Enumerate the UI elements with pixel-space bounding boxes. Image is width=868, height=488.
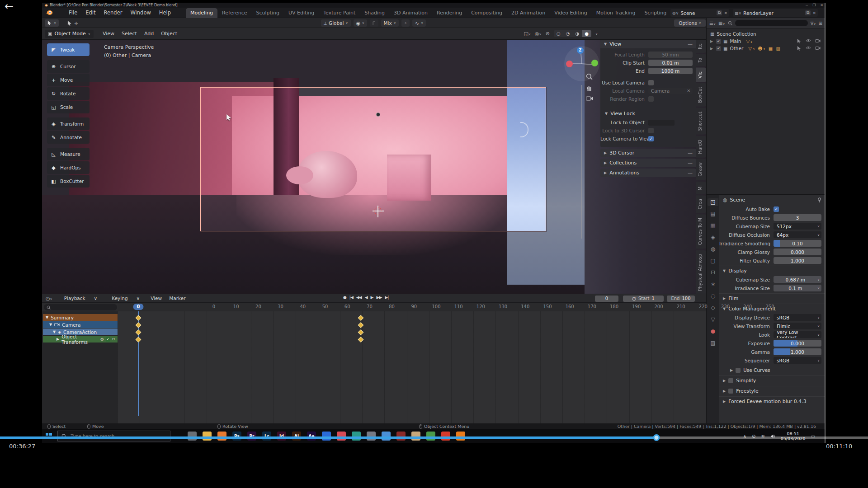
auto-keying-clock-icon[interactable]: ◷ <box>632 296 636 301</box>
panel-row[interactable]: End 1000 m✕ <box>600 67 696 75</box>
property-row[interactable]: Cubemap Size 0.687 m∨ <box>719 275 825 284</box>
properties-tab-icon[interactable]: ◌ <box>708 292 718 300</box>
dopesheet-body[interactable]: ▼Summary ▼ Camera ▼◈ CameraAction ▶Objec… <box>42 311 706 424</box>
eevee-motion-blur-panel[interactable]: ▶Forced Eevee motion blur 0.4.3 <box>719 396 825 406</box>
tool-button[interactable]: ✎ Annotate <box>47 131 90 144</box>
jump-start-icon[interactable]: |◀ <box>349 295 353 300</box>
cursor-tool-icon[interactable]: ✛ <box>65 19 80 27</box>
editor-type-icon[interactable]: ☰∨ <box>709 21 716 26</box>
current-frame-field[interactable]: 0 <box>595 296 618 302</box>
window-controls[interactable]: ─❐✕ <box>806 3 823 8</box>
property-row[interactable]: Filter Quality 1.000∨ <box>719 256 825 265</box>
properties-tab-icon[interactable]: ⊡ <box>708 269 718 277</box>
taskbar-app-icon[interactable] <box>382 432 391 441</box>
properties-tab-icon[interactable]: ◈ <box>708 234 718 241</box>
n-panel-tab[interactable]: Mi <box>696 182 706 194</box>
workspace-tab[interactable]: Scripting <box>640 8 671 18</box>
menubar-item[interactable]: Edit <box>81 9 99 16</box>
workspace-tab[interactable]: Reference <box>217 8 251 18</box>
property-row[interactable]: Diffuse Occlusion 64px∨ <box>719 230 825 239</box>
panel-row[interactable]: Local Camera Camera✕ <box>600 87 696 95</box>
taskbar-app-icon[interactable]: Pr <box>247 432 256 441</box>
hide-eye-icon[interactable] <box>806 46 811 50</box>
mode-selector[interactable]: ▣Object Mode∨ <box>45 30 94 38</box>
channel-search-input[interactable] <box>52 305 108 310</box>
tool-button[interactable]: ◺ Measure <box>47 148 90 160</box>
shading-lookdev-icon[interactable]: ◑ <box>572 30 582 37</box>
channel-camera[interactable]: ▼ Camera <box>43 321 118 328</box>
orientation-dropdown[interactable]: ⟂Global∨ <box>321 19 351 27</box>
shading-dropdown-icon[interactable]: ∨ <box>595 32 598 36</box>
pan-hand-icon[interactable] <box>586 84 593 91</box>
viewport-menu-item[interactable]: Select <box>118 31 141 37</box>
timeline-menu-keying[interactable]: Keying∨ <box>104 296 147 301</box>
collapsed-panel-header[interactable]: ▶Annotations— <box>600 169 696 177</box>
modifier-wrench-icon[interactable]: ⚙ <box>100 337 104 342</box>
render-camera-icon[interactable] <box>815 39 821 43</box>
menubar-item[interactable]: Window <box>126 9 155 16</box>
play-icon[interactable]: ▶ <box>371 295 373 300</box>
workspace-tab[interactable]: Modeling <box>186 8 217 18</box>
render-camera-icon[interactable] <box>815 46 821 50</box>
properties-tab-icon[interactable]: ▤ <box>708 210 718 218</box>
record-icon[interactable]: ● <box>343 295 346 300</box>
outliner-row-scene-collection[interactable]: ▦ Scene Collection <box>707 30 825 38</box>
panel-row[interactable]: Focal Length 50 mm✕ <box>600 51 696 59</box>
expand-arrow-icon[interactable]: ▶ <box>710 39 714 43</box>
camera-view-icon[interactable] <box>586 96 593 101</box>
panel-row[interactable]: Lock Camera to View ✕ <box>600 135 696 143</box>
play-reverse-icon[interactable]: ◀ <box>365 295 368 300</box>
property-row[interactable]: Cubemap Size 512px∨ <box>719 222 825 230</box>
falloff-dropdown[interactable]: ∿∨ <box>412 19 426 27</box>
property-row[interactable]: Look Very Low Contrast∨ <box>719 330 825 339</box>
expand-arrow-icon[interactable]: ▶ <box>710 47 714 51</box>
outliner-search-input[interactable] <box>735 20 808 26</box>
channel-enable-checkbox[interactable]: ✓ <box>106 337 110 342</box>
outliner-row-other[interactable]: ▶ ✓ ▦ Other ▽₃ ☻₂ ▦ ▨ <box>707 45 825 52</box>
properties-tab-icon[interactable]: ▨ <box>708 339 718 347</box>
taskbar-app-icon[interactable]: Id <box>277 432 286 441</box>
n-panel-tab[interactable]: Physical Atmosp <box>696 250 706 294</box>
tool-button[interactable]: + Move <box>47 74 90 86</box>
active-tool-icon[interactable]: ∨ <box>45 19 59 27</box>
panel-row[interactable]: Lock to Object ✕ <box>600 118 696 127</box>
simplify-toggle[interactable]: ▶Simplify <box>719 375 825 385</box>
seekbar[interactable] <box>0 436 868 439</box>
n-panel-tab[interactable]: Grasw <box>696 159 706 180</box>
workspace-tab[interactable]: 3D Animation <box>389 8 432 18</box>
n-panel-tab[interactable]: Crea <box>696 195 706 213</box>
properties-tab-icon[interactable]: ▦ <box>708 222 718 230</box>
properties-tab-icon[interactable]: ◳ <box>708 198 718 206</box>
object-origin-dot[interactable] <box>376 113 380 117</box>
menubar-item[interactable]: Render <box>100 9 127 16</box>
property-row[interactable]: Clamp Glossy 0.000∨ <box>719 248 825 256</box>
viewlayer-selector[interactable]: ▦∨ RenderLayer ⧉✕ <box>733 9 818 17</box>
taskbar-app-icon[interactable] <box>426 432 435 441</box>
property-row[interactable]: View Transform Filmic∨ <box>719 322 825 330</box>
view-panel-header[interactable]: ▼View— <box>600 40 696 48</box>
taskbar-app-icon[interactable]: Ps <box>232 432 241 441</box>
taskbar-app-icon[interactable] <box>337 432 346 441</box>
display-mode-icon[interactable]: ▦∨ <box>718 21 725 26</box>
workspace-tab[interactable]: Sculpting <box>252 8 284 18</box>
snap-magnet-icon[interactable]: Ⴖ <box>370 19 378 27</box>
taskbar-search[interactable] <box>57 431 170 441</box>
jump-end-icon[interactable]: ▶| <box>385 295 388 300</box>
selectable-icon[interactable] <box>797 39 802 43</box>
overlays-toggle-icon[interactable]: ◎∨ <box>535 31 542 37</box>
tool-button[interactable]: ◆ HardOps <box>47 161 90 174</box>
property-row[interactable]: Irradiance Size 0.1 m∨ <box>719 284 825 292</box>
panel-row[interactable]: Clip Start 0.01 m✕ <box>600 59 696 67</box>
taskbar-app-icon[interactable] <box>322 432 331 441</box>
freestyle-toggle[interactable]: ▶Freestyle <box>719 386 825 395</box>
collapsed-panel-header[interactable]: ▶Collections— <box>600 159 696 167</box>
property-row[interactable]: Diffuse Bounces 3∨ <box>719 213 825 222</box>
shading-wireframe-icon[interactable]: ○ <box>554 30 563 37</box>
n-panel-tab[interactable]: Vie <box>696 68 706 82</box>
navigation-gizmo[interactable]: Z <box>564 46 599 81</box>
workspace-tab[interactable]: 2D Animation <box>507 8 550 18</box>
options-button[interactable]: Options∨ <box>674 19 706 27</box>
gizmo-x-axis[interactable] <box>566 61 573 67</box>
tool-button[interactable]: ◧ BoxCutter <box>47 175 90 188</box>
camera-view-border[interactable] <box>200 87 546 231</box>
